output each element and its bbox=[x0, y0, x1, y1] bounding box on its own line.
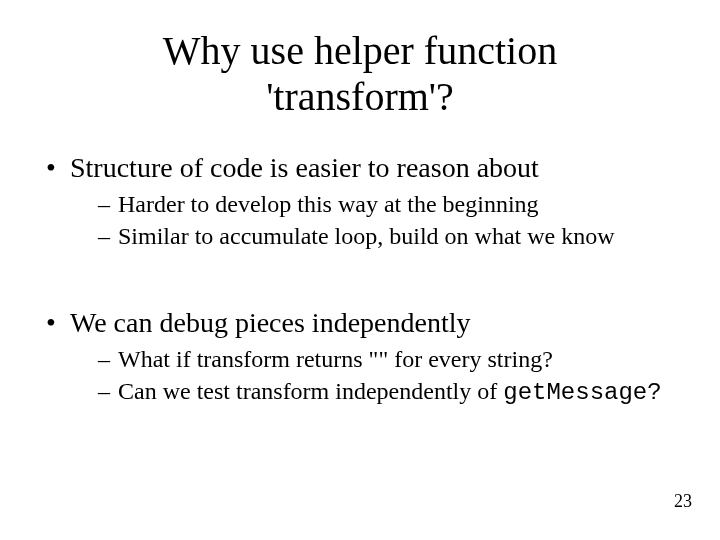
slide: Why use helper function 'transform'? Str… bbox=[0, 0, 720, 540]
bullet-text: Structure of code is easier to reason ab… bbox=[70, 152, 539, 183]
sub-bullet-text: Can we test transform independently of bbox=[118, 378, 503, 404]
sub-bullet-text: Similar to accumulate loop, build on wha… bbox=[118, 223, 615, 249]
sub-bullet-item: Harder to develop this way at the beginn… bbox=[98, 189, 680, 219]
sub-bullet-list: What if transform returns "" for every s… bbox=[70, 344, 680, 408]
sub-bullet-item: Can we test transform independently of g… bbox=[98, 376, 680, 408]
sub-bullet-item: Similar to accumulate loop, build on wha… bbox=[98, 221, 680, 251]
bullet-list: Structure of code is easier to reason ab… bbox=[40, 150, 680, 251]
bullet-text: We can debug pieces independently bbox=[70, 307, 470, 338]
slide-title: Why use helper function 'transform'? bbox=[100, 28, 620, 120]
sub-bullet-text: What if transform returns "" for every s… bbox=[118, 346, 553, 372]
sub-bullet-text: Harder to develop this way at the beginn… bbox=[118, 191, 539, 217]
bullet-item: We can debug pieces independently What i… bbox=[40, 305, 680, 408]
spacer bbox=[40, 257, 680, 305]
bullet-item: Structure of code is easier to reason ab… bbox=[40, 150, 680, 251]
sub-bullet-list: Harder to develop this way at the beginn… bbox=[70, 189, 680, 251]
bullet-list: We can debug pieces independently What i… bbox=[40, 305, 680, 408]
code-text: getMessage? bbox=[503, 379, 661, 406]
sub-bullet-item: What if transform returns "" for every s… bbox=[98, 344, 680, 374]
page-number: 23 bbox=[674, 491, 692, 512]
